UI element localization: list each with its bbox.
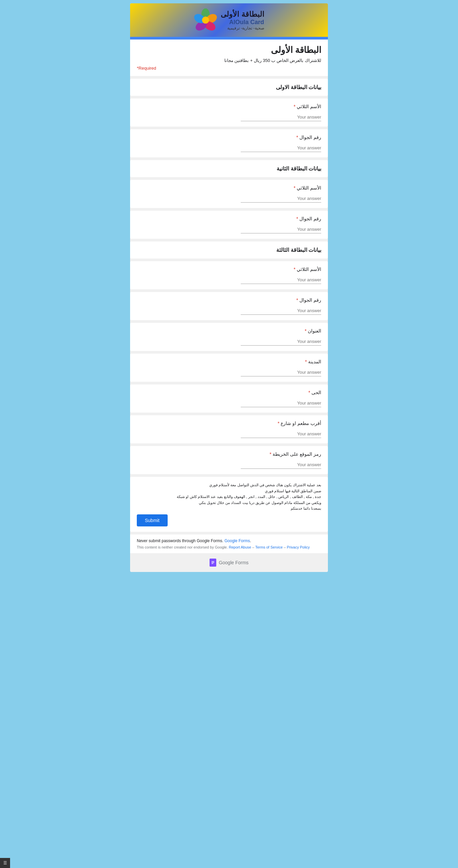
section2-header-card: بيانات البطاقة الثانية <box>130 160 328 177</box>
never-submit-text: Never submit passwords through Google Fo… <box>137 538 321 543</box>
form-description: للاشتراك بالعرض الخاص ب 350 ريال + بطاقت… <box>137 58 321 63</box>
field6-label: رقم الجوال * <box>137 298 321 303</box>
required-star5: * <box>294 267 295 272</box>
svg-rect-9 <box>211 563 213 564</box>
footer-section: Never submit passwords through Google Fo… <box>130 534 328 553</box>
field8-label: المدينة * <box>137 359 321 364</box>
field5-input[interactable] <box>241 276 321 284</box>
svg-rect-8 <box>211 562 214 563</box>
privacy-link[interactable]: Privacy Policy <box>287 545 310 549</box>
field6-input[interactable] <box>241 307 321 315</box>
svg-point-5 <box>202 17 209 24</box>
section1-header-card: بيانات البطاقة الاولى <box>130 79 328 96</box>
field3-card: الأسم الثلاثي * <box>130 180 328 208</box>
form-title-section: البطاقة الأولى للاشتراك بالعرض الخاص ب 3… <box>130 37 328 76</box>
field4-input[interactable] <box>241 225 321 234</box>
field8-input[interactable] <box>241 368 321 376</box>
required-star3: * <box>294 185 295 190</box>
field5-label: الأسم الثلاثي * <box>137 267 321 272</box>
required-star11: * <box>269 452 271 457</box>
field11-input[interactable] <box>241 461 321 469</box>
field11-label: رمز الموقع على الخريطة * <box>137 452 321 457</box>
header-banner: البطاقة الأولى AlOula Card صحية- تجارية-… <box>130 3 328 37</box>
field3-input[interactable] <box>241 194 321 203</box>
field4-card: رقم الجوال * <box>130 211 328 239</box>
field7-label: العنوان * <box>137 328 321 334</box>
info-text: بعد عملية الاشتراك يكون هناك شخص في الدش… <box>137 482 321 512</box>
bottom-bar: ☰ <box>0 858 10 868</box>
field6-card: رقم الجوال * <box>130 292 328 320</box>
section3-header-card: بيانات البطاقة الثالثة <box>130 242 328 258</box>
field11-card: رمز الموقع على الخريطة * <box>130 446 328 474</box>
google-forms-logo: Google Forms <box>130 559 328 567</box>
form-main-title: البطاقة الأولى <box>137 45 321 55</box>
field8-card: المدينة * <box>130 353 328 382</box>
report-abuse-link[interactable]: Report Abuse <box>229 545 252 549</box>
header-subtitle: صحية- تجارية- ترفيمية <box>221 26 264 30</box>
google-forms-link[interactable]: Google Forms <box>224 538 250 543</box>
field1-input[interactable] <box>241 113 321 121</box>
header-text: البطاقة الأولى AlOula Card صحية- تجارية-… <box>221 10 264 30</box>
terms-link[interactable]: Terms of Service <box>255 545 283 549</box>
submit-button[interactable]: Submit <box>137 515 168 526</box>
field7-input[interactable] <box>241 338 321 346</box>
header-english-title: AlOula Card <box>221 19 264 26</box>
google-forms-label: Google Forms <box>219 560 249 565</box>
field4-label: رقم الجوال * <box>137 216 321 221</box>
disclaimer-text: This content is neither created nor endo… <box>137 545 321 549</box>
field9-label: الحى * <box>137 390 321 395</box>
bottom-icon: ☰ <box>3 861 7 865</box>
required-star: * <box>294 104 295 109</box>
field1-label: الأسم الثلاثي * <box>137 104 321 109</box>
required-star7: * <box>305 328 307 334</box>
section2-label: بيانات البطاقة الثانية <box>137 165 321 172</box>
field2-label: رقم الجوال * <box>137 135 321 140</box>
required-star4: * <box>296 216 298 221</box>
field10-card: أقرب مطعم او شارع * <box>130 415 328 443</box>
section1-label: بيانات البطاقة الاولى <box>137 84 321 90</box>
field2-input[interactable] <box>241 144 321 152</box>
field2-card: رقم الجوال * <box>130 129 328 157</box>
required-star8: * <box>305 359 307 364</box>
section3-label: بيانات البطاقة الثالثة <box>137 247 321 253</box>
field7-card: العنوان * <box>130 323 328 351</box>
field10-label: أقرب مطعم او شارع * <box>137 421 321 426</box>
required-star2: * <box>296 135 298 140</box>
header-arabic-title: البطاقة الأولى <box>221 10 264 19</box>
required-star9: * <box>309 390 310 395</box>
required-star10: * <box>278 421 279 426</box>
field3-label: الأسم الثلاثي * <box>137 185 321 190</box>
svg-rect-7 <box>211 561 214 562</box>
required-star6: * <box>296 298 298 303</box>
required-note: *Required <box>137 66 321 71</box>
field9-input[interactable] <box>241 399 321 407</box>
field9-card: الحى * <box>130 384 328 412</box>
form-container: البطاقة الأولى AlOula Card صحية- تجارية-… <box>130 3 328 572</box>
google-forms-footer: Google Forms <box>130 559 328 567</box>
forms-icon <box>209 559 216 567</box>
field10-input[interactable] <box>241 430 321 438</box>
info-card: بعد عملية الاشتراك يكون هناك شخص في الدش… <box>130 477 328 532</box>
field1-card: الأسم الثلاثي * <box>130 98 328 127</box>
flower-icon <box>194 8 217 32</box>
field5-card: الأسم الثلاثي * <box>130 261 328 289</box>
